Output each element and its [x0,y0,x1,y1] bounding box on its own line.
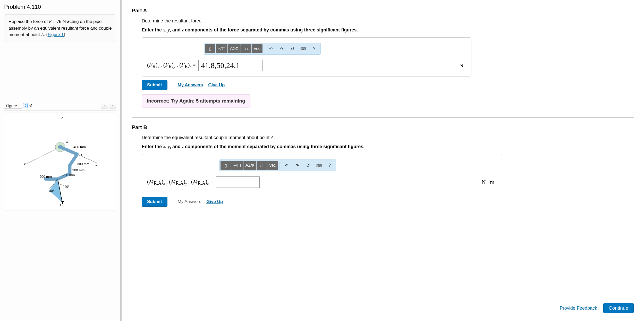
submit-button-b[interactable]: Submit [142,197,167,207]
part-b-input[interactable] [216,176,260,188]
partb-point: A [271,135,274,140]
keyboard-button[interactable]: ⌨ [298,44,309,53]
vec-button[interactable]: vec [252,44,262,53]
redo-button-b[interactable]: ↷ [292,161,302,170]
var-and: , and [170,27,182,32]
greek-button-b[interactable]: ΑΣΦ [243,161,256,170]
chevron-down-icon: ▼ [24,106,26,108]
root-button-b[interactable]: ⁿ√☐ [231,161,243,170]
instr-pre-b: Enter the [142,144,163,149]
my-answers-text-b: My Answers [178,199,201,204]
var-y: y [168,27,170,32]
instr-post-b: components of the moment separated by co… [184,144,365,149]
var-y-b: y [168,144,170,149]
figure-label: Figure 1 [4,103,22,109]
part-b-instr: Enter the x, y, and z components of the … [142,144,634,149]
toolbar-separator [264,45,264,53]
angle-40: 40° [64,185,69,188]
part-divider [132,117,634,118]
part-b-lhs: (MR,A)x , (MR,A)y , (MR,A)z = [147,178,213,186]
part-b-answer-box: ▯ ⁿ√☐ ΑΣΦ ↓↑ vec ↶ ↷ ↺ ⌨ ? (MR,A)x , (MR… [142,154,502,193]
part-a-answer-box: ▯ ⁿ√☐ ΑΣΦ ↓↑ vec ↶ ↷ ↺ ⌨ ? (FR)x , (FR)y… [142,37,471,77]
dim-300: 300 mm [77,162,89,166]
var-x: x [163,27,165,32]
part-b-unit: N · m [482,179,495,185]
figure-panel: Figure 1 ▲ ▼ of 1 ‹ › z x y [4,101,116,210]
subsup-button-b[interactable]: ↓↑ [257,161,267,170]
part-a-input-row: (FR)x , (FR)y , (FR)z = N [147,60,463,71]
templates-button[interactable]: ▯ [205,44,215,53]
part-b-title: Part B [132,124,634,130]
part-a-input[interactable] [198,60,263,71]
part-a-lhs: (FR)x , (FR)y , (FR)z = [147,62,196,69]
vec-button-b[interactable]: vec [267,161,278,170]
keyboard-button-b[interactable]: ⌨ [314,161,324,170]
greek-button[interactable]: ΑΣΦ [228,44,241,53]
equation-toolbar-a: ▯ ⁿ√☐ ΑΣΦ ↓↑ vec ↶ ↷ ↺ ⌨ ? [204,43,321,55]
var-z: z [182,27,184,32]
var-z-b: z [182,144,184,149]
part-a-instr: Enter the x, y, and z components of the … [142,27,634,33]
partb-sub-post: . [274,135,275,140]
figure-counter: of 1 [29,104,35,108]
problem-title: Problem 4.110 [4,4,116,10]
point-B: B [80,153,82,157]
root-button[interactable]: ⁿ√☐ [216,44,227,53]
part-a-actions: Submit My Answers Give Up [142,80,634,90]
templates-button-b[interactable]: ▯ [221,161,231,170]
axis-x-label: x [23,162,26,166]
svg-line-1 [26,147,60,164]
figure-next-button[interactable]: › [109,103,116,108]
undo-button-b[interactable]: ↶ [281,161,292,170]
part-a-title: Part A [132,8,634,14]
instr-post: components of the force separated by com… [184,27,358,32]
figure-prev-button[interactable]: ‹ [101,103,108,108]
desc-post: . ( [44,32,48,37]
desc-force-var: F [49,19,52,24]
dim-400: 400 mm [73,145,86,149]
part-b-input-row: (MR,A)x , (MR,A)y , (MR,A)z = N · m [147,176,494,188]
continue-button[interactable]: Continue [603,303,634,313]
axis-y-label: y [95,163,97,167]
footer: Provide Feedback Continue [560,303,634,313]
figure-header: Figure 1 ▲ ▼ of 1 ‹ › [4,101,116,111]
desc-force-eq: = 75 N [52,19,66,24]
give-up-link-a[interactable]: Give Up [208,82,225,88]
subsup-button[interactable]: ↓↑ [241,44,251,53]
part-b-sub: Determine the equivalent resultant coupl… [142,135,634,140]
give-up-link-b[interactable]: Give Up [206,199,223,204]
point-A: A [66,140,69,144]
submit-button-a[interactable]: Submit [142,80,167,90]
figure-link[interactable]: Figure 1 [48,32,64,37]
help-button-b[interactable]: ? [325,161,335,170]
part-b-actions: Submit My Answers Give Up [142,197,634,207]
part-a-feedback: Incorrect; Try Again; 5 attempts remaini… [142,95,250,107]
right-pane: Part A Determine the resultant force. En… [122,0,644,321]
undo-button[interactable]: ↶ [266,44,276,53]
angle-30: 30° [49,189,54,192]
dim-200b: 200 mm [39,175,52,179]
help-button[interactable]: ? [309,44,319,53]
dim-250: 250 mm [63,173,75,177]
problem-description: Replace the force of F = 75 N acting on … [4,14,116,42]
dim-200: 200 mm [72,168,85,172]
force-F: F [60,203,63,207]
part-a-sub: Determine the resultant force. [142,18,634,24]
redo-button[interactable]: ↷ [277,44,287,53]
desc-text: Replace the force of [9,19,49,24]
provide-feedback-link[interactable]: Provide Feedback [560,306,597,311]
desc-point: A [41,32,44,37]
my-answers-link-a[interactable]: My Answers [178,82,203,88]
var-x-b: x [163,144,165,149]
part-a-unit: N [459,62,463,69]
toolbar-separator-b [279,162,280,169]
var-and-b: , and [170,144,182,149]
figure-image: z x y A 400 mm B 300 mm 200 mm 250 mm [4,113,116,210]
instr-pre: Enter the [142,27,163,32]
figure-spinner[interactable]: ▲ ▼ [23,103,28,108]
desc-close: ) [64,32,65,37]
reset-button[interactable]: ↺ [287,44,298,53]
partb-sub-pre: Determine the equivalent resultant coupl… [142,135,271,140]
axis-z-label: z [61,116,63,120]
reset-button-b[interactable]: ↺ [303,161,313,170]
